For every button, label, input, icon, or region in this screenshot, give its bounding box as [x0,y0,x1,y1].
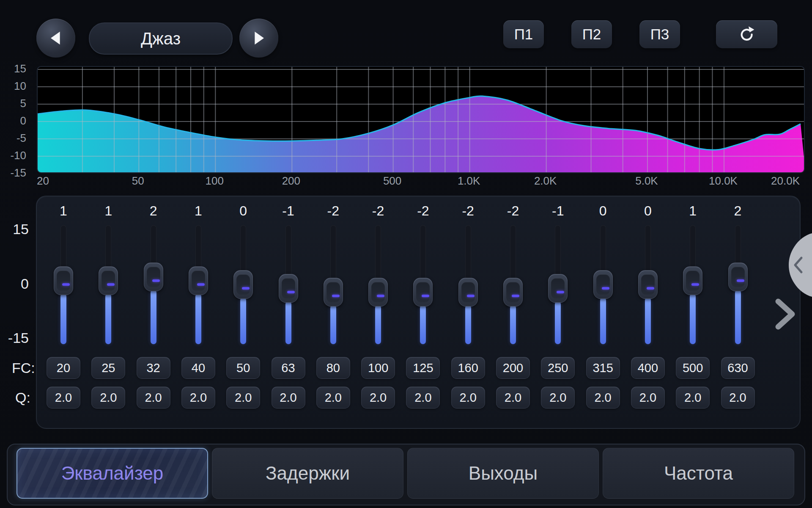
band-gain-slider-thumb[interactable] [189,266,208,295]
band-gain-slider-fill [330,305,336,344]
band-gain-slider-thumb[interactable] [638,270,658,299]
band-fc-button[interactable]: 20 [47,357,80,379]
y-tick-label: -15 [1,166,26,179]
band-q-button[interactable]: 2.0 [451,387,485,409]
band-gain-value: 1 [670,203,715,219]
band-gain-slider-thumb[interactable] [413,278,433,306]
eq-curve-fill [38,96,805,173]
band-gain-value: 0 [221,203,266,219]
band-q-button[interactable]: 2.0 [496,387,530,409]
band-gain-value: -1 [266,203,311,219]
band-fc-button[interactable]: 400 [631,357,665,379]
band-q-button[interactable]: 2.0 [91,387,125,409]
band-fc-button[interactable]: 315 [586,357,620,379]
band-gain-slider-thumb[interactable] [144,262,163,291]
memory-button-p1[interactable]: П1 [503,20,544,48]
band-column: 0502.0 [221,196,266,429]
slider-thumb-inner [596,274,610,295]
slider-thumb-inner [686,271,700,291]
band-q-button[interactable]: 2.0 [631,387,665,409]
band-gain-value: 1 [176,203,221,219]
band-q-button[interactable]: 2.0 [586,387,620,409]
band-fc-button[interactable]: 250 [541,357,575,379]
triangle-right-icon [250,30,267,47]
band-gain-slider-thumb[interactable] [728,262,748,291]
band-fc-button[interactable]: 40 [181,357,215,379]
band-column: 1252.0 [86,196,131,429]
y-tick-label: -5 [1,131,26,145]
band-fc-button[interactable]: 80 [316,357,350,379]
band-column: 03152.0 [581,196,625,429]
band-fc-button[interactable]: 125 [406,357,440,379]
band-fc-button[interactable]: 63 [272,357,305,379]
band-gain-slider-fill [60,293,66,344]
slider-thumb-dash-icon [557,291,564,293]
band-column: 04002.0 [625,196,670,429]
slider-thumb-dash-icon [197,283,205,286]
band-gain-slider-thumb[interactable] [368,278,388,306]
preset-selector[interactable]: Джаз [89,22,233,55]
band-gain-slider-thumb[interactable] [99,266,118,295]
memory-button-p2[interactable]: П2 [571,20,612,48]
band-gain-slider-thumb[interactable] [233,270,253,299]
band-q-button[interactable]: 2.0 [226,387,260,409]
band-gain-value: 0 [625,203,670,219]
x-tick-label: 20 [37,174,49,187]
y-tick-label: 0 [1,114,26,127]
slider-scale-min: -15 [3,330,29,346]
band-gain-slider-thumb[interactable] [458,278,478,306]
band-q-button[interactable]: 2.0 [137,387,170,409]
band-gain-value: 1 [86,203,131,219]
band-fc-button[interactable]: 500 [676,357,710,379]
band-fc-button[interactable]: 50 [226,357,260,379]
bottom-tab-bar: ЭквалайзерЗадержкиВыходыЧастота [7,444,805,505]
tab-equalizer[interactable]: Эквалайзер [16,448,208,499]
band-fc-button[interactable]: 160 [451,357,485,379]
band-gain-slider-thumb[interactable] [54,266,73,295]
band-gain-slider-fill [285,301,291,344]
slider-thumb-dash-icon [422,295,429,297]
slider-thumb-dash-icon [152,279,160,282]
band-q-button[interactable]: 2.0 [272,387,305,409]
band-column: 1202.0 [41,196,86,429]
band-gain-value: -1 [535,203,580,219]
band-fc-button[interactable]: 25 [91,357,125,379]
band-gain-slider-thumb[interactable] [683,266,702,295]
tab-delays[interactable]: Задержки [212,448,403,499]
band-q-button[interactable]: 2.0 [406,387,440,409]
scroll-bands-right-button[interactable] [773,298,797,331]
band-gain-slider-thumb[interactable] [503,278,523,306]
band-gain-slider-thumb[interactable] [324,278,343,306]
band-q-button[interactable]: 2.0 [181,387,215,409]
band-gain-slider-thumb[interactable] [548,274,568,303]
tab-label: Задержки [266,463,350,484]
band-fc-button[interactable]: 200 [496,357,530,379]
band-fc-button[interactable]: 630 [721,357,755,379]
drawer-handle[interactable] [785,231,812,299]
preset-next-button[interactable] [239,19,278,58]
band-column: 15002.0 [670,196,715,429]
memory-button-p3[interactable]: П3 [639,20,680,48]
band-q-button[interactable]: 2.0 [541,387,575,409]
band-fc-button[interactable]: 100 [361,357,395,379]
eq-curve-chart [38,67,805,173]
tab-outputs[interactable]: Выходы [407,448,599,499]
tab-frequency[interactable]: Частота [603,448,794,499]
slider-thumb-dash-icon [377,295,384,297]
band-fc-button[interactable]: 32 [137,357,170,379]
reset-button[interactable] [716,20,777,48]
preset-prev-button[interactable] [36,19,75,58]
band-gain-slider-thumb[interactable] [279,274,298,303]
band-gain-slider-fill [420,305,426,344]
band-q-button[interactable]: 2.0 [676,387,710,409]
slider-thumb-dash-icon [107,283,115,286]
band-gain-value: 0 [581,203,625,219]
band-q-button[interactable]: 2.0 [47,387,80,409]
band-q-button[interactable]: 2.0 [721,387,755,409]
band-q-button[interactable]: 2.0 [361,387,395,409]
band-column: 1402.0 [176,196,221,429]
slider-thumb-dash-icon [62,283,70,286]
slider-thumb-inner [731,267,745,287]
band-q-button[interactable]: 2.0 [316,387,350,409]
band-gain-slider-thumb[interactable] [593,270,613,299]
